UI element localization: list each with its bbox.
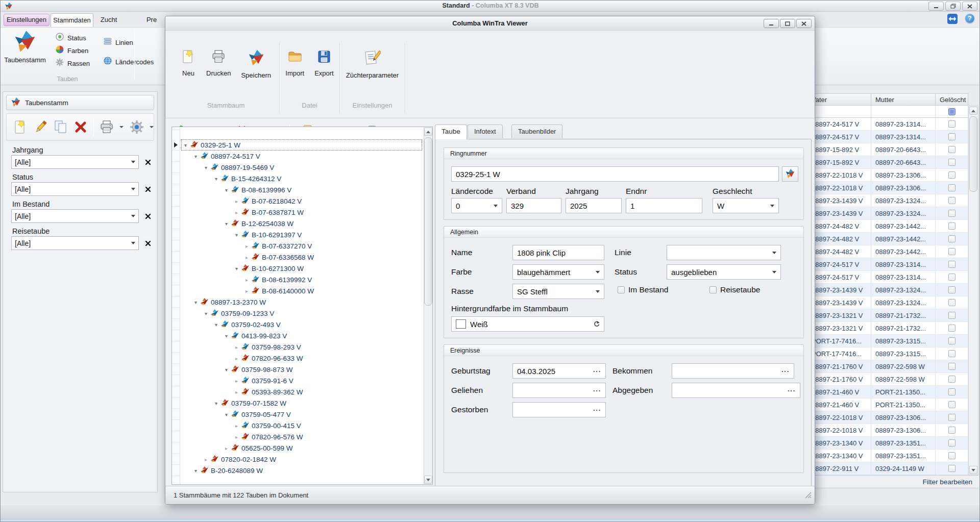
tree-item[interactable]: ▾B-12-6254038 W <box>181 218 422 229</box>
geloescht-checkbox[interactable] <box>948 274 955 281</box>
table-scrollbar[interactable] <box>968 106 978 475</box>
taubenstamm-big-button[interactable]: Taubenstamm <box>4 30 46 73</box>
ellipsis-button[interactable]: ··· <box>788 387 796 394</box>
tab-infotext[interactable]: Infotext <box>468 125 503 138</box>
expander-closed-icon[interactable]: ▸ <box>233 389 240 395</box>
table-row[interactable]: 08897-23-1321 V08897-21-1732... <box>797 309 978 322</box>
filter-combo-im-bestand[interactable]: [Alle] <box>11 209 139 223</box>
table-row[interactable]: 08897-23-1340 V08897-23-1351... <box>797 450 978 462</box>
expander-open-icon[interactable]: ▾ <box>233 232 240 238</box>
hintergrundfarbe-picker[interactable]: Weiß <box>451 316 604 332</box>
geloescht-checkbox[interactable] <box>948 414 955 421</box>
ellipsis-button[interactable]: ··· <box>781 367 790 375</box>
tree-item[interactable]: ▾B-08-6139996 V <box>181 184 422 195</box>
filter-clear-button[interactable] <box>143 182 153 196</box>
expander-open-icon[interactable]: ▾ <box>182 142 189 148</box>
tree-item[interactable]: ▾03759-07-1582 W <box>181 397 422 409</box>
filter-clear-button[interactable] <box>143 155 153 169</box>
ribbon-tab-einstellungen[interactable]: Einstellungen <box>4 14 50 26</box>
filter-edit-link[interactable]: Filter bearbeiten <box>922 478 972 486</box>
geloescht-checkbox[interactable] <box>948 439 955 446</box>
geloescht-checkbox[interactable] <box>948 197 955 204</box>
table-row[interactable]: 08897-21-1760 V08897-22-598 W <box>797 360 978 373</box>
tree-scroll-up-arrow[interactable] <box>424 128 432 136</box>
expander-open-icon[interactable]: ▾ <box>212 322 220 328</box>
tree-item[interactable]: ▾B-15-4264312 V <box>181 173 422 184</box>
settings-dropdown-arrow[interactable] <box>150 126 154 128</box>
table-row[interactable]: 08897-21-1760 V08897-22-598 W <box>797 373 978 386</box>
toolbar-button-züchterparameter[interactable]: Züchterparameter <box>342 46 403 80</box>
expander-closed-icon[interactable]: ▸ <box>243 288 251 294</box>
expander-closed-icon[interactable]: ▸ <box>243 255 251 260</box>
column-header-geloescht[interactable]: Gelöscht <box>936 93 968 106</box>
scroll-thumb[interactable] <box>969 116 977 192</box>
filter-combo-status[interactable]: [Alle] <box>11 182 139 196</box>
dialog-close-button[interactable] <box>796 19 812 28</box>
geloescht-checkbox[interactable] <box>948 376 955 383</box>
geliehen-field[interactable]: ··· <box>512 383 606 398</box>
ribbon-tab-zucht[interactable]: Zucht <box>92 13 125 27</box>
verband-input[interactable]: 329 <box>506 198 561 213</box>
table-row[interactable]: 08897-24-517 V08897-23-1314... <box>797 131 978 143</box>
tree-scroll-thumb[interactable] <box>424 137 432 306</box>
delete-record-button[interactable] <box>72 118 90 136</box>
settings-gear-button[interactable] <box>129 118 146 136</box>
column-header-mutter[interactable]: Mutter <box>871 93 936 106</box>
expander-open-icon[interactable]: ▾ <box>223 367 230 372</box>
table-row[interactable]: 08897-22-1018 V08897-23-1306... <box>797 182 978 194</box>
geloescht-checkbox[interactable] <box>948 299 955 306</box>
tree-item[interactable]: ▾08897-19-5469 V <box>181 162 422 173</box>
filter-clear-button[interactable] <box>143 236 153 250</box>
new-record-button[interactable] <box>12 118 29 136</box>
geloescht-checkbox[interactable] <box>948 133 955 140</box>
geloescht-checkbox[interactable] <box>948 337 955 344</box>
close-button[interactable] <box>962 2 977 11</box>
expander-open-icon[interactable]: ▾ <box>223 187 230 193</box>
tree-item[interactable]: ▾B-10-6271300 W <box>181 263 422 274</box>
expander-closed-icon[interactable]: ▸ <box>233 198 240 204</box>
expander-open-icon[interactable]: ▾ <box>223 412 230 417</box>
ribbon-button-status[interactable]: Status <box>56 33 86 43</box>
toolbar-button-export[interactable]: Export <box>310 46 338 78</box>
tree-item[interactable]: ▾03759-09-1233 V <box>181 308 422 319</box>
tree-item[interactable]: ▸B-07-6337270 V <box>181 240 422 252</box>
expander-closed-icon[interactable]: ▸ <box>233 356 240 361</box>
tree-scrollbar[interactable] <box>424 127 432 484</box>
geloescht-checkbox[interactable] <box>948 465 955 472</box>
tree-scroll-down-arrow[interactable] <box>424 476 432 484</box>
geloescht-checkbox[interactable] <box>948 325 955 332</box>
toolbar-button-speichern[interactable]: Speichern <box>237 46 275 80</box>
table-row[interactable]: 08897-22-1018 V08897-23-1306... <box>797 424 978 437</box>
filter-combo-reisetaube[interactable]: [Alle] <box>11 236 139 250</box>
ribbon-button-ländercodes[interactable]: Ländercodes <box>104 57 154 67</box>
tree-item[interactable]: ▾08897-13-2370 W <box>181 296 422 308</box>
ribbon-tab-stammdaten[interactable]: Stammdaten <box>51 13 93 27</box>
copy-record-button[interactable] <box>52 118 69 136</box>
geloescht-checkbox[interactable] <box>948 120 955 128</box>
table-row[interactable]: 08897-24-482 V08897-23-1442... <box>797 220 978 233</box>
table-row[interactable]: 08897-21-460 VPORT-21-1350... <box>797 399 978 411</box>
tree-item[interactable]: ▸07820-96-576 W <box>181 431 422 442</box>
tree-item[interactable]: ▸B-07-6336568 W <box>181 252 422 263</box>
tree-item[interactable]: ▸B-08-6139992 V <box>181 274 422 285</box>
geloescht-checkbox[interactable] <box>948 184 955 191</box>
geloescht-checkbox[interactable] <box>948 222 955 230</box>
rasse-combo[interactable]: SG Steffl <box>512 284 604 299</box>
table-row[interactable]: PORT-17-7416...08897-23-1315... <box>797 347 978 360</box>
geloescht-filter-cell[interactable] <box>936 106 968 118</box>
tree-item[interactable]: ▸05625-00-599 W <box>181 442 422 454</box>
help-icon[interactable]: ? <box>965 14 974 23</box>
tree-item[interactable]: ▸05393-89-362 W <box>181 386 422 397</box>
tree-item[interactable]: ▾03759-05-477 V <box>181 409 422 420</box>
tree-item[interactable]: ▸03759-00-415 V <box>181 420 422 431</box>
expander-open-icon[interactable]: ▾ <box>212 176 220 182</box>
ellipsis-button[interactable]: ··· <box>593 387 601 394</box>
table-row[interactable]: 08897-24-517 V08897-23-1314... <box>797 271 978 284</box>
geloescht-checkbox[interactable] <box>948 261 955 268</box>
print-button[interactable] <box>98 118 115 136</box>
expander-open-icon[interactable]: ▾ <box>223 333 230 339</box>
expander-open-icon[interactable]: ▾ <box>202 165 210 170</box>
name-input[interactable]: 1808 pink Clip <box>512 245 604 260</box>
tree-item[interactable]: ▸03759-98-293 V <box>181 341 422 353</box>
resize-grip[interactable] <box>803 490 812 500</box>
